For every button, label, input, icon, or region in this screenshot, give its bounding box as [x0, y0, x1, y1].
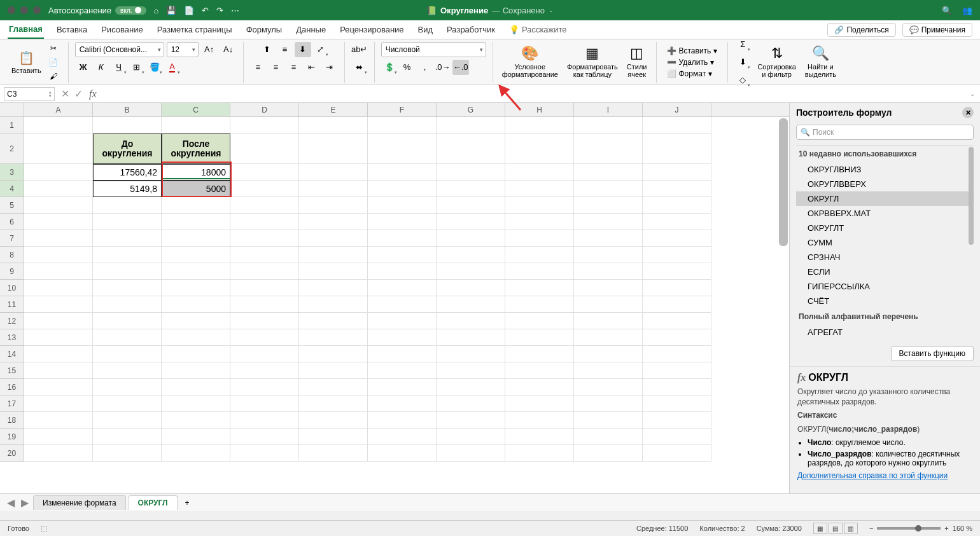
- tab-draw[interactable]: Рисование: [100, 21, 144, 38]
- fill-color-button[interactable]: 🪣▾: [146, 60, 163, 75]
- tell-me[interactable]: 💡Расскажите: [508, 21, 568, 38]
- cell-F12[interactable]: [368, 313, 437, 329]
- find-select-button[interactable]: 🔍 Найти и выделить: [802, 45, 839, 79]
- cell-F6[interactable]: [368, 214, 437, 230]
- font-selector[interactable]: Calibri (Основной...: [75, 42, 164, 57]
- cell-E14[interactable]: [299, 346, 368, 362]
- cell-I13[interactable]: [574, 329, 643, 346]
- cell-F15[interactable]: [368, 362, 437, 379]
- cell-H5[interactable]: [505, 197, 574, 214]
- cell-F4[interactable]: [368, 181, 437, 197]
- cell-J19[interactable]: [643, 429, 711, 445]
- cell-H9[interactable]: [505, 263, 574, 280]
- cell-H19[interactable]: [505, 429, 574, 445]
- search-icon[interactable]: 🔍: [942, 6, 952, 15]
- cell-F16[interactable]: [368, 379, 437, 395]
- cell-B13[interactable]: [93, 329, 162, 346]
- cell-I15[interactable]: [574, 362, 643, 379]
- cell-B5[interactable]: [93, 197, 162, 214]
- cell-A9[interactable]: [24, 263, 93, 280]
- cell-A8[interactable]: [24, 247, 93, 263]
- cell-E15[interactable]: [299, 362, 368, 379]
- align-bottom-button[interactable]: ⬇: [295, 42, 311, 57]
- cell-B4[interactable]: 5149,8: [93, 181, 162, 197]
- cell-B14[interactable]: [93, 346, 162, 362]
- cell-J5[interactable]: [643, 197, 711, 214]
- cancel-formula-icon[interactable]: ✕: [61, 88, 69, 100]
- cell-J7[interactable]: [643, 230, 711, 247]
- cell-D14[interactable]: [230, 346, 299, 362]
- more-icon[interactable]: ⋯: [231, 6, 239, 15]
- cell-G16[interactable]: [437, 379, 505, 395]
- cell-E2[interactable]: [299, 134, 368, 164]
- select-all-corner[interactable]: [0, 103, 24, 117]
- cell-A3[interactable]: [24, 164, 93, 181]
- cell-J2[interactable]: [643, 134, 711, 164]
- cell-E11[interactable]: [299, 296, 368, 313]
- row-header-7[interactable]: 7: [0, 230, 24, 247]
- maximize-window[interactable]: [33, 6, 41, 14]
- cell-E9[interactable]: [299, 263, 368, 280]
- cut-button[interactable]: ✂: [45, 42, 62, 55]
- cell-E20[interactable]: [299, 445, 368, 462]
- cell-B7[interactable]: [93, 230, 162, 247]
- cell-B12[interactable]: [93, 313, 162, 329]
- cell-G11[interactable]: [437, 296, 505, 313]
- cell-A12[interactable]: [24, 313, 93, 329]
- cell-D9[interactable]: [230, 263, 299, 280]
- confirm-formula-icon[interactable]: ✓: [74, 88, 83, 100]
- cell-C6[interactable]: [162, 214, 230, 230]
- prev-sheet-button[interactable]: ◀: [5, 497, 17, 509]
- cell-B1[interactable]: [93, 117, 162, 134]
- cell-I6[interactable]: [574, 214, 643, 230]
- cell-E10[interactable]: [299, 280, 368, 296]
- cell-E18[interactable]: [299, 412, 368, 429]
- insert-function-button[interactable]: Вставить функцию: [891, 346, 974, 361]
- cell-J10[interactable]: [643, 280, 711, 296]
- fx-label[interactable]: fx: [89, 88, 102, 100]
- cell-I3[interactable]: [574, 164, 643, 181]
- cell-J11[interactable]: [643, 296, 711, 313]
- cell-F8[interactable]: [368, 247, 437, 263]
- cell-D10[interactable]: [230, 280, 299, 296]
- cell-G13[interactable]: [437, 329, 505, 346]
- row-header-5[interactable]: 5: [0, 197, 24, 214]
- cell-C11[interactable]: [162, 296, 230, 313]
- cell-G7[interactable]: [437, 230, 505, 247]
- cell-C16[interactable]: [162, 379, 230, 395]
- cell-B8[interactable]: [93, 247, 162, 263]
- cell-F13[interactable]: [368, 329, 437, 346]
- col-header-B[interactable]: B: [93, 103, 162, 116]
- cell-B17[interactable]: [93, 395, 162, 412]
- cell-A1[interactable]: [24, 117, 93, 134]
- cell-D12[interactable]: [230, 313, 299, 329]
- borders-button[interactable]: ⊞▾: [129, 60, 145, 75]
- minimize-window[interactable]: [20, 6, 28, 14]
- align-center-button[interactable]: ≡: [268, 60, 284, 75]
- cell-J16[interactable]: [643, 379, 711, 395]
- row-header-8[interactable]: 8: [0, 247, 24, 263]
- cell-E12[interactable]: [299, 313, 368, 329]
- cell-A7[interactable]: [24, 230, 93, 247]
- align-top-button[interactable]: ⬆: [259, 42, 276, 57]
- row-header-3[interactable]: 3: [0, 164, 24, 181]
- cell-H18[interactable]: [505, 412, 574, 429]
- cell-C19[interactable]: [162, 429, 230, 445]
- cell-I5[interactable]: [574, 197, 643, 214]
- cell-I20[interactable]: [574, 445, 643, 462]
- cell-B20[interactable]: [93, 445, 162, 462]
- cell-F18[interactable]: [368, 412, 437, 429]
- cell-I10[interactable]: [574, 280, 643, 296]
- cell-E4[interactable]: [299, 181, 368, 197]
- cell-D6[interactable]: [230, 214, 299, 230]
- cell-C8[interactable]: [162, 247, 230, 263]
- share-people-icon[interactable]: 👥: [962, 6, 972, 15]
- next-sheet-button[interactable]: ▶: [19, 497, 31, 509]
- cell-H10[interactable]: [505, 280, 574, 296]
- cell-D17[interactable]: [230, 395, 299, 412]
- decrease-font-button[interactable]: A↓: [220, 42, 237, 57]
- cell-J8[interactable]: [643, 247, 711, 263]
- cell-J12[interactable]: [643, 313, 711, 329]
- function-item[interactable]: ОКРУГЛТ: [796, 221, 974, 235]
- cell-B2[interactable]: До округления: [93, 134, 162, 164]
